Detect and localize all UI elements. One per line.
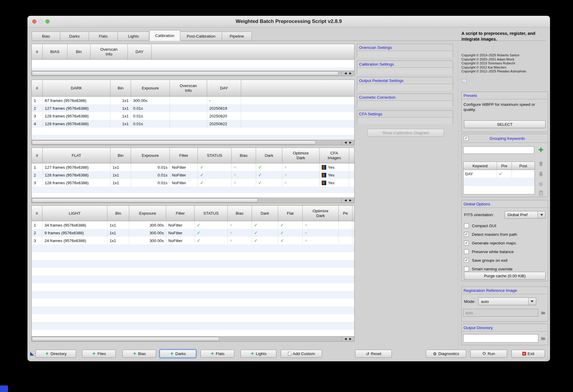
cell-filler	[241, 120, 354, 128]
section-link-overscan-settings[interactable]: Overscan Settings	[357, 44, 453, 51]
status-check-icon: ✓	[254, 231, 258, 235]
checkbox-save-groups-on-exit[interactable]	[464, 258, 469, 263]
table-row[interactable]: 2127 frames (9576x6388)1x10.01s20250819	[32, 104, 354, 112]
table-row[interactable]: 3128 frames (9576x6388)1x10.01s20250820	[32, 112, 354, 120]
button-files[interactable]: +Files	[82, 350, 116, 358]
button-reset[interactable]: ↺Reset	[355, 350, 392, 358]
tab-bias[interactable]: Bias	[32, 32, 60, 41]
presets-section-link[interactable]: Presets	[462, 92, 548, 99]
cell-exposure: 0.01s	[131, 112, 170, 120]
option-row-preserve-white-balance: Preserve white balance	[464, 249, 514, 254]
section-link-output-pedestal-settings[interactable]: Output Pedestal Settings	[357, 77, 453, 84]
button-lights[interactable]: +Lights	[241, 350, 276, 358]
scroll-right-arrow-icon[interactable]: ▶	[349, 141, 352, 144]
cell-frames: 128 frames (9576x6388)	[43, 120, 110, 128]
scroll-right-arrow-icon[interactable]: ▶	[349, 199, 352, 202]
button-exit[interactable]: ✕Exit	[512, 350, 545, 358]
tab-pipeline[interactable]: Pipeline	[222, 32, 252, 41]
checkbox-detect-masters-from-path[interactable]	[464, 232, 469, 237]
checkbox-label: Preserve white balance	[472, 250, 514, 254]
add-keyword-icon[interactable]	[537, 146, 544, 153]
checkbox-smart-naming-override[interactable]	[464, 267, 469, 271]
table-row[interactable]: 1127 frames (9576x6388)1x10.01sNoFilter✓…	[32, 163, 354, 171]
global-options-link[interactable]: Global Options	[462, 200, 548, 208]
scrollbar-thumb[interactable]	[32, 140, 316, 145]
tab-post-calibration[interactable]: Post-Calibration	[180, 32, 222, 41]
scroll-left-arrow-icon[interactable]: ◀	[344, 72, 347, 75]
table-row[interactable]: 324 frames (9576x6388)1x1300.00sNoFilter…	[32, 237, 354, 244]
mode-dropdown[interactable]: auto	[478, 298, 536, 305]
zoom-window-button[interactable]	[45, 19, 50, 24]
cell-filter: NoFilter	[166, 237, 195, 244]
column-header-flat: Flat	[278, 206, 303, 221]
minimize-window-button[interactable]	[39, 19, 43, 24]
grouping-keywords-checkbox[interactable]	[464, 136, 469, 141]
tab-calibration[interactable]: Calibration	[149, 30, 180, 41]
column-header-pedestal: Pe	[339, 206, 352, 221]
button-bias[interactable]: +Bias	[122, 350, 156, 358]
scrollbar-thumb[interactable]	[32, 198, 258, 202]
scroll-right-arrow-icon[interactable]: ▶	[349, 72, 352, 75]
button-add-custom[interactable]: Add Custom	[281, 350, 322, 358]
fits-orientation-dropdown[interactable]: Global Pref	[505, 211, 546, 219]
table-empty-area	[32, 187, 354, 198]
move-keyword-up-icon[interactable]	[538, 160, 544, 168]
chevron-down-icon	[528, 298, 536, 305]
button-directory[interactable]: +Directory	[36, 350, 76, 358]
browse-reference-folder-icon[interactable]	[540, 310, 546, 315]
button-run[interactable]: Run	[470, 350, 507, 358]
scrollbar-thumb[interactable]	[32, 71, 338, 75]
keyword-settings-gear-icon[interactable]: ⚙	[538, 182, 543, 187]
section-link-calibration-settings[interactable]: Calibration Settings	[357, 61, 453, 68]
section-link-cosmetic-correction[interactable]: Cosmetic Correction	[357, 94, 453, 101]
keyword-input[interactable]	[463, 146, 534, 154]
button-label: Diagnostics	[438, 351, 459, 356]
table-row[interactable]: 2128 frames (9576x6388)1x10.01sNoFilter✓…	[32, 171, 354, 179]
option-row-detect-masters-from-path: Detect masters from path	[464, 232, 517, 237]
cell-num: 1	[32, 163, 43, 171]
button-diagnostics[interactable]: ⚙Diagnostics	[426, 350, 466, 358]
scrollbar-thumb[interactable]	[32, 337, 219, 341]
scroll-left-arrow-icon[interactable]: ◀	[344, 199, 347, 202]
tab-lights[interactable]: Lights	[118, 32, 149, 41]
cell-frames: 67 frames (9576x6388)	[43, 97, 110, 104]
cell-bin: 1x1	[107, 221, 129, 229]
move-keyword-down-icon[interactable]	[538, 171, 544, 179]
status-check-icon: ✓	[200, 173, 204, 177]
purge-cache-button[interactable]: Purge cache (0.00 KiB)	[464, 272, 546, 280]
browse-output-folder-icon[interactable]	[540, 336, 546, 341]
button-flats[interactable]: +Flats	[201, 350, 234, 358]
status-cross-icon: ×	[305, 223, 307, 227]
show-calibration-diagram-button[interactable]: Show Calibration Diagram	[367, 129, 444, 137]
checkbox-compact-gui[interactable]	[464, 223, 469, 228]
grouping-keywords-section: Grouping Keywords KeywordPrePostDAY✓ ⚙	[461, 134, 548, 197]
output-directory-input[interactable]	[463, 334, 538, 343]
registration-reference-link[interactable]: Registration Reference Image	[462, 287, 548, 294]
delete-keyword-trash-icon[interactable]	[538, 190, 543, 197]
cell-overscan	[170, 104, 207, 112]
scroll-left-arrow-icon[interactable]: ◀	[344, 141, 347, 144]
scroll-left-arrow-icon[interactable]: ◀	[344, 337, 347, 340]
table-row[interactable]: 29 frames (9576x6388)1x1300.00sNoFilter✓…	[32, 229, 354, 237]
tab-darks[interactable]: Darks	[60, 32, 89, 41]
cell-bias: ×	[228, 237, 252, 244]
presets-select-button[interactable]: SELECT	[464, 120, 546, 128]
grouping-keywords-link[interactable]: Grouping Keywords	[469, 136, 546, 141]
button-label: Reset	[371, 351, 381, 356]
output-directory-link[interactable]: Output Directory	[462, 324, 548, 331]
cell-num: 1	[32, 97, 43, 104]
column-header-overscan: Overscan Info	[170, 80, 207, 97]
comment-bubble-icon[interactable]	[462, 79, 467, 84]
keyword-row[interactable]: DAY✓	[463, 170, 535, 178]
table-row[interactable]: 4128 frames (9576x6388)1x10.01s20250822	[32, 120, 354, 128]
table-row[interactable]: 3128 frames (9576x6388)1x10.01sNoFilter✓…	[32, 179, 354, 187]
table-row[interactable]: 134 frames (9576x6388)1x1300.00sNoFilter…	[32, 221, 354, 229]
table-row[interactable]: 167 frames (9576x6388)1x1300.00s-	[32, 97, 354, 104]
checkbox-generate-rejection-maps[interactable]	[464, 241, 469, 245]
section-link-cfa-settings[interactable]: CFA Settings	[357, 111, 453, 117]
button-darks[interactable]: +Darks	[160, 350, 196, 358]
close-window-button[interactable]	[32, 19, 36, 24]
scroll-right-arrow-icon[interactable]: ▶	[349, 337, 352, 340]
tab-flats[interactable]: Flats	[89, 32, 118, 41]
checkbox-preserve-white-balance[interactable]	[464, 249, 469, 254]
